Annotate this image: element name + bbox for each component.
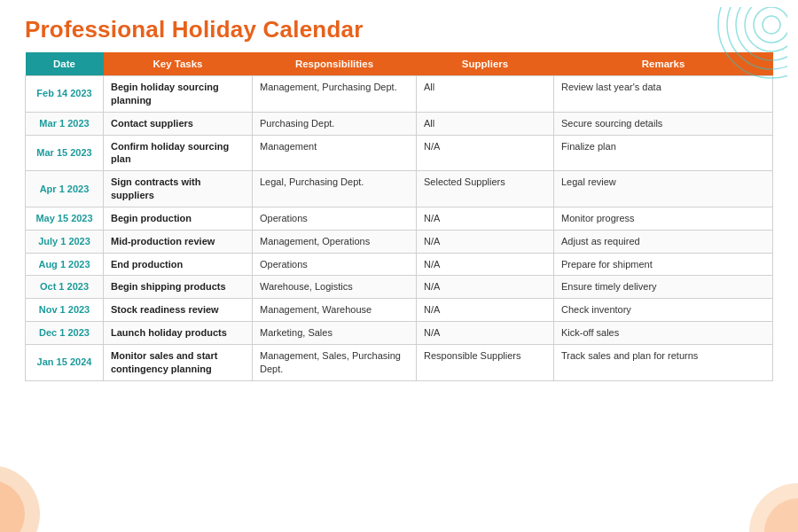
cell-responsibilities: Management, Warehouse [253,299,417,322]
cell-date: Mar 15 2023 [26,135,104,171]
cell-remarks: Monitor progress [554,207,773,230]
table-row: Dec 1 2023Launch holiday productsMarketi… [26,322,773,345]
cell-date: Aug 1 2023 [26,253,104,276]
cell-remarks: Finalize plan [554,135,773,171]
cell-date: Oct 1 2023 [26,276,104,299]
table-row: Oct 1 2023Begin shipping productsWarehou… [26,276,773,299]
cell-suppliers: N/A [417,135,554,171]
cell-responsibilities: Warehouse, Logistics [253,276,417,299]
svg-point-9 [764,498,798,532]
table-row: Nov 1 2023Stock readiness reviewManageme… [26,299,773,322]
cell-suppliers: N/A [417,299,554,322]
table-header-row: Date Key Tasks Responsibilities Supplier… [26,52,773,76]
cell-date: Mar 1 2023 [26,112,104,135]
table-row: Mar 15 2023Confirm holiday sourcing plan… [26,135,773,171]
cell-date: Dec 1 2023 [26,322,104,345]
cell-date: Feb 14 2023 [26,76,104,113]
svg-point-8 [749,483,798,532]
cell-responsibilities: Marketing, Sales [253,322,417,345]
deco-bottom-left-icon [0,426,53,532]
cell-responsibilities: Operations [253,253,417,276]
cell-task: Stock readiness review [104,299,253,322]
cell-date: Jan 15 2024 [26,344,104,380]
cell-date: Nov 1 2023 [26,299,104,322]
cell-suppliers: All [417,76,554,113]
table-row: Apr 1 2023Sign contracts with suppliersL… [26,171,773,207]
cell-suppliers: Selected Suppliers [417,171,554,207]
cell-responsibilities: Management, Purchasing Dept. [253,76,417,113]
calendar-table: Date Key Tasks Responsibilities Supplier… [25,52,773,381]
cell-task: Launch holiday products [104,322,253,345]
col-header-suppliers: Suppliers [417,52,554,76]
cell-task: Begin shipping products [104,276,253,299]
cell-remarks: Ensure timely delivery [554,276,773,299]
col-header-date: Date [26,52,104,76]
cell-remarks: Track sales and plan for returns [554,344,773,380]
cell-date: Apr 1 2023 [26,171,104,207]
cell-remarks: Legal review [554,171,773,207]
cell-suppliers: N/A [417,253,554,276]
col-header-responsibilities: Responsibilities [253,52,417,76]
svg-point-6 [0,466,40,532]
cell-suppliers: N/A [417,207,554,230]
cell-remarks: Check inventory [554,299,773,322]
cell-remarks: Prepare for shipment [554,253,773,276]
deco-bottom-right-icon [736,461,798,532]
svg-point-7 [0,481,25,532]
cell-task: Contact suppliers [104,112,253,135]
cell-suppliers: All [417,112,554,135]
cell-suppliers: Responsible Suppliers [417,344,554,380]
cell-responsibilities: Purchasing Dept. [253,112,417,135]
table-row: Feb 14 2023Begin holiday sourcing planni… [26,76,773,113]
cell-task: Begin production [104,207,253,230]
table-row: Mar 1 2023Contact suppliersPurchasing De… [26,112,773,135]
cell-remarks: Adjust as required [554,230,773,253]
table-row: Aug 1 2023End productionOperationsN/APre… [26,253,773,276]
cell-suppliers: N/A [417,230,554,253]
cell-remarks: Review last year's data [554,76,773,113]
page-container: Professional Holiday Calendar Date Key T… [0,0,798,532]
cell-responsibilities: Management, Sales, Purchasing Dept. [253,344,417,380]
cell-task: Sign contracts with suppliers [104,171,253,207]
cell-date: May 15 2023 [26,207,104,230]
cell-remarks: Secure sourcing details [554,112,773,135]
cell-responsibilities: Operations [253,207,417,230]
cell-responsibilities: Legal, Purchasing Dept. [253,171,417,207]
cell-task: Mid-production review [104,230,253,253]
cell-task: Confirm holiday sourcing plan [104,135,253,171]
cell-responsibilities: Management, Operations [253,230,417,253]
page-title: Professional Holiday Calendar [25,16,773,43]
cell-suppliers: N/A [417,276,554,299]
cell-task: End production [104,253,253,276]
table-row: July 1 2023Mid-production reviewManageme… [26,230,773,253]
cell-date: July 1 2023 [26,230,104,253]
cell-responsibilities: Management [253,135,417,171]
cell-task: Monitor sales and start contingency plan… [104,344,253,380]
col-header-remarks: Remarks [554,52,773,76]
cell-suppliers: N/A [417,322,554,345]
cell-remarks: Kick-off sales [554,322,773,345]
table-row: Jan 15 2024Monitor sales and start conti… [26,344,773,380]
col-header-tasks: Key Tasks [104,52,253,76]
table-row: May 15 2023Begin productionOperationsN/A… [26,207,773,230]
cell-task: Begin holiday sourcing planning [104,76,253,113]
